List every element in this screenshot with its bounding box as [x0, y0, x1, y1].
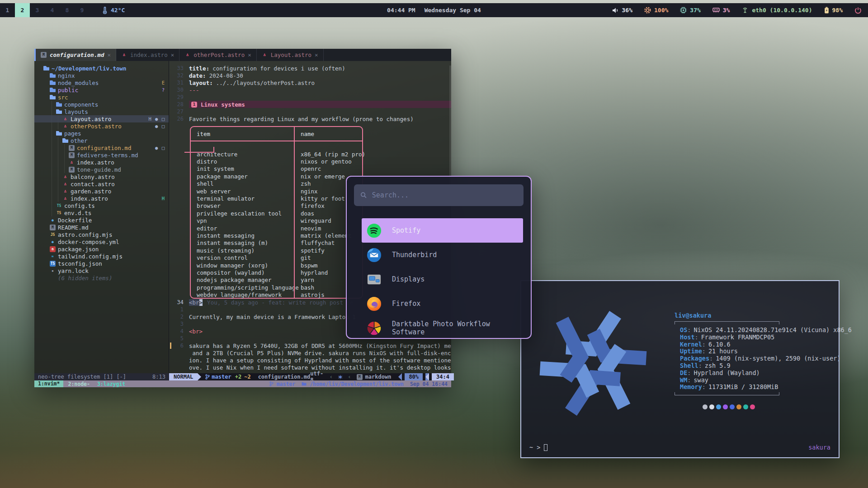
close-icon[interactable]: × — [171, 52, 175, 58]
tree-item[interactable]: ∆ contact.astro — [34, 180, 169, 188]
file-icon: ∆ — [62, 196, 68, 202]
file-icon: M — [69, 167, 75, 173]
tree-item[interactable]: pages — [34, 130, 169, 137]
tree-item-badge: H ● □ — [148, 116, 165, 122]
tree-item[interactable]: src — [34, 94, 169, 101]
terminal-window-fetch[interactable]: liv@sakura OSNixOS 24.11.20240828.71e91c… — [520, 280, 840, 458]
workspace-button[interactable]: 4 — [45, 3, 60, 17]
buffer-tab[interactable]: M configuration.md × — [34, 49, 116, 61]
file-icon — [50, 73, 56, 78]
buffer-tab[interactable]: ∆ Layout.astro × — [257, 49, 324, 61]
tree-item[interactable]: ≈ tailwind.config.mjs — [34, 253, 169, 260]
tmux-window-active[interactable]: 1:nvim* — [34, 380, 63, 387]
network-module[interactable]: eth0 (10.0.0.140) — [741, 7, 812, 14]
fetch-box-bottom — [675, 392, 779, 395]
color-dot — [750, 404, 755, 409]
tree-item[interactable]: public ? — [34, 86, 169, 94]
tmux-window[interactable]: 3:lazygit — [94, 381, 128, 387]
close-icon[interactable]: × — [107, 52, 111, 58]
shell-prompt[interactable]: ~ > — [529, 444, 547, 451]
tree-item[interactable]: layouts — [34, 108, 169, 115]
tree-item[interactable]: ~/Development/liv.town — [34, 65, 169, 72]
table-row: vpn wireguard — [191, 217, 362, 225]
editor-line: 32date:2024-08-30 — [169, 72, 451, 79]
tree-item[interactable]: ∆ Layout.astro H ● □ — [34, 115, 169, 122]
statusline: NORMAL master +2 ~2 configuration.md utf… — [169, 373, 454, 380]
workspace-button[interactable]: 3 — [30, 3, 45, 17]
filetype-icon: ∆ — [121, 52, 127, 58]
bufferline: M configuration.md × ∆ index.astro × ∆ o… — [34, 49, 451, 61]
tree-item[interactable]: M configuration.md ● □ — [34, 144, 169, 151]
workspace-button[interactable]: 9 — [75, 3, 90, 17]
tree-item[interactable]: components — [34, 101, 169, 108]
tree-item-label: tailwind.config.mjs — [58, 253, 123, 260]
app-launcher[interactable]: Spotify Thunderbird Displays Firefox Dar… — [346, 176, 532, 339]
search-input[interactable] — [372, 191, 517, 199]
workspace-button[interactable]: 2 — [15, 3, 30, 17]
editor-line: 30--- — [169, 86, 451, 94]
power-button[interactable] — [854, 7, 862, 14]
launcher-searchbox[interactable] — [354, 184, 524, 206]
workspace-button[interactable]: 8 — [60, 3, 75, 17]
tree-item-label: other — [71, 137, 88, 144]
tree-item[interactable]: n package.json — [34, 245, 169, 253]
clock-date: Wednesday Sep 04 — [425, 7, 481, 14]
buffer-tab[interactable]: ∆ otherPost.astro × — [179, 49, 256, 61]
tree-item[interactable]: nginx — [34, 72, 169, 79]
brightness-module[interactable]: 100% — [644, 7, 668, 14]
tree-item[interactable]: ● docker-compose.yml — [34, 238, 169, 245]
editor-heading-line: 28 1 Linux systems — [169, 101, 451, 108]
tmux-window[interactable]: 2:node- — [63, 381, 94, 387]
tree-item[interactable]: ∆ balcony.astro — [34, 173, 169, 180]
ram-icon — [712, 7, 720, 13]
launcher-item-displays[interactable]: Displays — [362, 267, 523, 291]
displays-icon — [367, 272, 382, 287]
tree-item[interactable]: M tone-guide.md — [34, 166, 169, 173]
editor-line: 29 — [169, 94, 451, 101]
tree-item[interactable]: ∆ index.astro H — [34, 195, 169, 202]
launcher-item-spotify[interactable]: Spotify — [362, 218, 523, 243]
spotify-icon — [367, 223, 382, 238]
file-icon — [50, 80, 56, 85]
fetch-field: Memory11731MiB / 31280MiB — [675, 383, 837, 390]
cpu-module[interactable]: 37% — [680, 7, 700, 14]
table-row: package manager nix or emerge — [191, 173, 362, 180]
memory-module[interactable]: 3% — [712, 7, 730, 14]
tree-item[interactable]: M README.md — [34, 224, 169, 231]
editor-line: 33title:configuration for devices i use … — [169, 65, 451, 72]
table-row: webdev language/framework astrojs — [191, 291, 362, 298]
workspace-button[interactable]: 1 — [0, 3, 15, 17]
launcher-item-firefox[interactable]: Firefox — [362, 291, 523, 316]
table-row: instant messaging (m) fluffychat — [191, 239, 362, 247]
fetch-field: Packages1409 (nix-system), 2590 (nix-use… — [675, 355, 837, 362]
close-icon[interactable]: × — [248, 52, 251, 58]
close-icon[interactable]: × — [315, 52, 318, 58]
tree-item[interactable]: ∆ garden.astro — [34, 188, 169, 195]
tree-item[interactable]: JS astro.config.mjs — [34, 231, 169, 238]
neo-tree-panel[interactable]: ~/Development/liv.town nginx node_module… — [34, 61, 169, 373]
tree-item-label: ~/Development/liv.town — [52, 65, 127, 72]
volume-module[interactable]: 36% — [612, 7, 632, 14]
tree-item[interactable]: ● Dockerfile — [34, 216, 169, 224]
launcher-item-darktable[interactable]: Darktable Photo Workflow Software — [362, 316, 523, 339]
status-bar: 123489 42°C 04:44 PM Wednesday Sep 04 36… — [0, 3, 868, 17]
tree-item[interactable]: TS config.ts — [34, 202, 169, 209]
tree-item[interactable]: ▪ yarn.lock — [34, 267, 169, 274]
tree-item[interactable]: ∆ otherPost.astro ● □ — [34, 122, 169, 130]
buffer-tab[interactable]: ∆ index.astro × — [116, 49, 179, 61]
tree-item[interactable]: node_modules E — [34, 79, 169, 86]
launcher-item-thunderbird[interactable]: Thunderbird — [362, 243, 523, 267]
table-row: browser firefox — [191, 202, 362, 210]
tree-item[interactable]: TS tsconfig.json — [34, 260, 169, 267]
tree-item[interactable]: (6 hidden items) — [34, 274, 169, 282]
tree-item[interactable]: ∆ index.astro — [34, 159, 169, 166]
temperature-module[interactable]: 42°C — [102, 7, 125, 14]
battery-module[interactable]: 98% — [824, 7, 843, 14]
file-icon: TS — [56, 210, 62, 216]
file-icon: ∆ — [62, 188, 68, 194]
tree-item[interactable]: M fediverse-terms.md — [34, 151, 169, 159]
tree-item[interactable]: other — [34, 137, 169, 144]
tree-item[interactable]: TS env.d.ts — [34, 209, 169, 216]
file-icon — [56, 131, 62, 136]
editor-line: and a 2TB (Crucial P5 Plus) NVMe drive. … — [169, 349, 451, 357]
